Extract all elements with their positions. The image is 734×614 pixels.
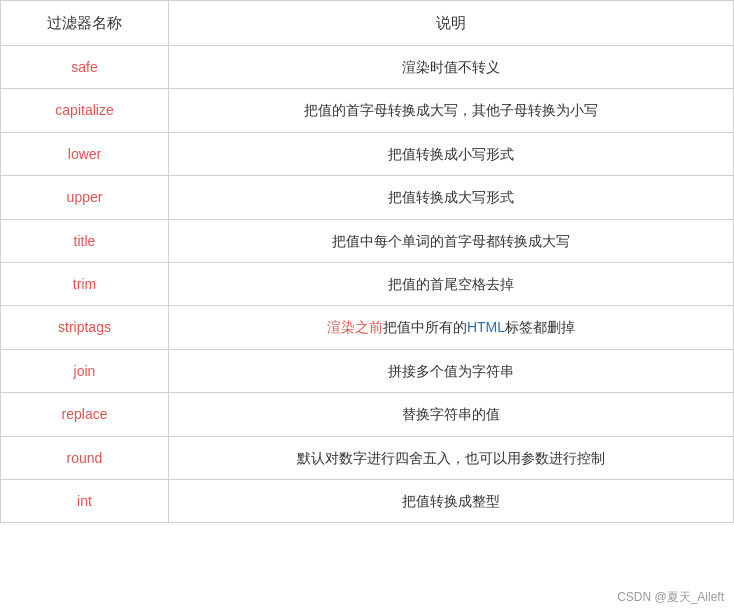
description-cell: 渲染之前把值中所有的HTML标签都删掉 [169, 306, 734, 349]
table-row: safe渲染时值不转义 [1, 46, 734, 89]
table-row: join拼接多个值为字符串 [1, 349, 734, 392]
filter-name-cell: replace [1, 393, 169, 436]
watermark: CSDN @夏天_Aileft [617, 589, 724, 606]
filter-name-cell: trim [1, 262, 169, 305]
filter-name-cell: upper [1, 176, 169, 219]
table-row: upper把值转换成大写形式 [1, 176, 734, 219]
filter-name-cell: lower [1, 132, 169, 175]
filter-name-cell: round [1, 436, 169, 479]
filter-name-cell: safe [1, 46, 169, 89]
table-row: striptags渲染之前把值中所有的HTML标签都删掉 [1, 306, 734, 349]
filter-name-cell: title [1, 219, 169, 262]
description-cell: 替换字符串的值 [169, 393, 734, 436]
filter-name-cell: join [1, 349, 169, 392]
description-cell: 把值中每个单词的首字母都转换成大写 [169, 219, 734, 262]
header-description: 说明 [169, 1, 734, 46]
table-row: round默认对数字进行四舍五入，也可以用参数进行控制 [1, 436, 734, 479]
description-cell: 渲染时值不转义 [169, 46, 734, 89]
table-row: int把值转换成整型 [1, 479, 734, 522]
filter-name-cell: striptags [1, 306, 169, 349]
description-cell: 把值的首字母转换成大写，其他子母转换为小写 [169, 89, 734, 132]
table-row: lower把值转换成小写形式 [1, 132, 734, 175]
filter-name-cell: int [1, 479, 169, 522]
description-cell: 把值的首尾空格去掉 [169, 262, 734, 305]
table-row: trim把值的首尾空格去掉 [1, 262, 734, 305]
filter-table: 过滤器名称 说明 safe渲染时值不转义capitalize把值的首字母转换成大… [0, 0, 734, 523]
description-cell: 把值转换成大写形式 [169, 176, 734, 219]
description-cell: 拼接多个值为字符串 [169, 349, 734, 392]
header-filter-name: 过滤器名称 [1, 1, 169, 46]
table-row: title把值中每个单词的首字母都转换成大写 [1, 219, 734, 262]
description-cell: 把值转换成整型 [169, 479, 734, 522]
table-row: capitalize把值的首字母转换成大写，其他子母转换为小写 [1, 89, 734, 132]
filter-name-cell: capitalize [1, 89, 169, 132]
table-row: replace替换字符串的值 [1, 393, 734, 436]
description-cell: 默认对数字进行四舍五入，也可以用参数进行控制 [169, 436, 734, 479]
description-cell: 把值转换成小写形式 [169, 132, 734, 175]
